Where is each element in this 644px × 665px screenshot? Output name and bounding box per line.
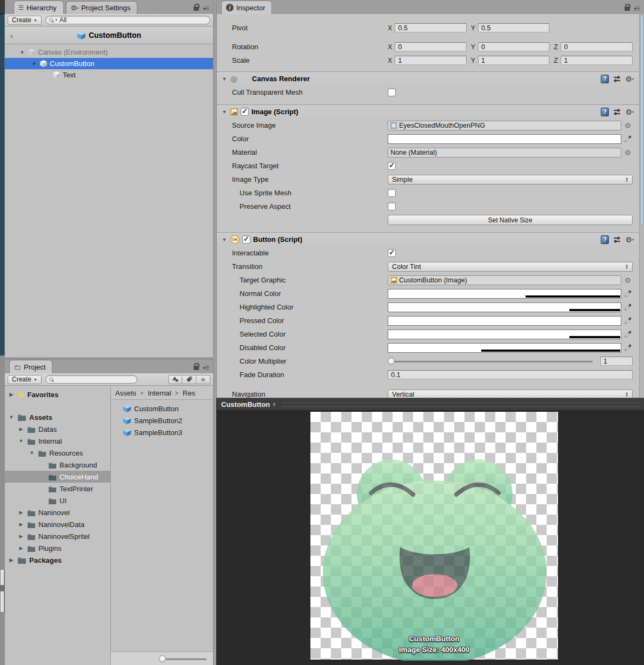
tree-item-naninoveldata[interactable]: ▶ NaninovelData (5, 518, 110, 530)
tree-item-packages[interactable]: ▶ Packages (5, 554, 110, 566)
breadcrumb-resources[interactable]: Res (183, 389, 195, 397)
foldout-closed-icon[interactable]: ▶ (18, 545, 24, 551)
foldout-open-icon[interactable]: ▼ (221, 109, 228, 115)
normal-color-swatch[interactable] (388, 289, 621, 299)
rotation-x-field[interactable]: 0 (395, 42, 466, 51)
eyedropper-icon[interactable] (623, 317, 633, 325)
tree-item-favorites[interactable]: ▶ ★ Favorites (5, 389, 110, 400)
image-color-swatch[interactable] (388, 134, 621, 144)
zoom-slider-track[interactable] (162, 659, 207, 660)
source-image-field[interactable]: EyesClosedMouthOpenPNG (388, 121, 621, 130)
presets-icon[interactable] (613, 108, 621, 116)
tree-item-naninovel[interactable]: ▶ Naninovel (5, 506, 110, 518)
pane-menu-icon[interactable]: ▾☰ (203, 6, 209, 11)
search-by-label-button[interactable] (182, 375, 196, 384)
preview-header[interactable]: CustomButton ▲▼ (217, 398, 644, 411)
tab-inspector[interactable]: Inspector (221, 1, 272, 14)
gear-icon[interactable]: ⚙ (625, 75, 634, 83)
highlighted-color-swatch[interactable] (388, 302, 621, 312)
eyedropper-icon[interactable] (623, 330, 633, 338)
eyedropper-icon[interactable] (623, 289, 633, 298)
breadcrumb-back-button[interactable]: ‹ (10, 31, 13, 40)
tree-item-choicehand[interactable]: ChoiceHand (5, 471, 110, 483)
foldout-closed-icon[interactable]: ▶ (18, 522, 24, 527)
fade-duration-field[interactable]: 0.1 (388, 370, 633, 379)
foldout-closed-icon[interactable]: ▶ (8, 392, 15, 397)
pivot-y-field[interactable]: 0.5 (478, 23, 549, 32)
tree-item-text[interactable]: Text (5, 69, 213, 81)
tree-item-custombutton[interactable]: ▼ CustomButton (5, 58, 213, 69)
raycast-target-checkbox[interactable] (388, 162, 396, 170)
scale-y-field[interactable]: 1 (478, 56, 549, 65)
search-by-type-button[interactable] (168, 375, 182, 384)
foldout-closed-icon[interactable]: ▶ (18, 426, 24, 432)
scrollbar-thumb[interactable] (640, 15, 643, 225)
foldout-open-icon[interactable]: ▼ (18, 438, 24, 444)
eyedropper-icon[interactable] (623, 344, 633, 352)
foldout-closed-icon[interactable]: ▶ (18, 510, 24, 515)
rotation-z-field[interactable]: 0 (561, 42, 633, 51)
foldout-closed-icon[interactable]: ▶ (18, 534, 24, 539)
hierarchy-create-button[interactable]: Create ▼ (8, 16, 42, 25)
tree-item-textprinter[interactable]: TextPrinter (5, 483, 110, 495)
lock-icon[interactable] (625, 6, 630, 11)
asset-samplebutton2[interactable]: SampleButton2 (111, 414, 213, 426)
tree-item-background[interactable]: Background (5, 459, 110, 471)
foldout-closed-icon[interactable]: ▶ (8, 557, 15, 563)
asset-custombutton[interactable]: CustomButton (111, 403, 213, 414)
object-picker-icon[interactable]: ⊙ (623, 148, 633, 156)
zoom-slider-knob[interactable] (159, 655, 166, 662)
eyedropper-icon[interactable] (623, 303, 633, 311)
eyedropper-icon[interactable] (623, 135, 633, 143)
scale-x-field[interactable]: 1 (395, 56, 466, 65)
saved-search-button[interactable]: ★ (196, 375, 210, 384)
object-picker-icon[interactable]: ⊙ (623, 121, 633, 129)
foldout-open-icon[interactable]: ▼ (8, 414, 15, 420)
preview-popup-arrows-icon[interactable]: ▲▼ (273, 402, 275, 407)
hierarchy-search-input[interactable]: ▼ All (45, 16, 210, 24)
preview-drag-handle[interactable] (283, 403, 640, 407)
object-picker-icon[interactable]: ⊙ (623, 276, 633, 284)
disabled-color-swatch[interactable] (388, 343, 621, 353)
pane-menu-icon[interactable]: ▾☰ (203, 365, 209, 371)
slider-knob[interactable] (388, 358, 395, 365)
transition-dropdown[interactable]: Color Tint ▲▼ (388, 262, 633, 272)
use-sprite-mesh-checkbox[interactable] (388, 189, 396, 197)
scale-z-field[interactable]: 1 (561, 56, 633, 65)
rotation-y-field[interactable]: 0 (478, 42, 549, 51)
breadcrumb-assets[interactable]: Assets (115, 389, 136, 397)
tree-item-resources[interactable]: ▼ Resources (5, 447, 110, 459)
presets-icon[interactable] (613, 75, 621, 83)
project-search-input[interactable] (45, 375, 137, 384)
image-component-header[interactable]: ▼ Image (Script) ⚙ (217, 104, 639, 118)
tab-project[interactable]: 🗀 Project (9, 360, 52, 373)
tab-hierarchy[interactable]: ☰ Hierarchy (14, 1, 64, 14)
foldout-open-icon[interactable]: ▼ (29, 450, 35, 456)
tree-item-naninovelsprite[interactable]: ▶ NaninovelSpritel (5, 530, 110, 542)
interactable-checkbox[interactable] (388, 249, 396, 257)
lock-icon[interactable] (194, 6, 199, 11)
preserve-aspect-checkbox[interactable] (388, 202, 396, 210)
gear-icon[interactable]: ⚙ (625, 236, 634, 243)
project-create-button[interactable]: Create ▼ (8, 375, 42, 384)
asset-samplebutton3[interactable]: SampleButton3 (111, 426, 213, 438)
tree-item-assets[interactable]: ▼ Assets (5, 411, 110, 423)
breadcrumb-internal[interactable]: Internal (148, 389, 171, 397)
set-native-size-button[interactable]: Set Native Size (388, 215, 633, 225)
cull-transparent-mesh-checkbox[interactable] (388, 88, 396, 96)
help-icon[interactable] (601, 108, 609, 116)
tree-item-canvas[interactable]: ▼ Canvas (Environment) (5, 47, 213, 58)
lock-icon[interactable] (194, 366, 199, 370)
foldout-open-icon[interactable]: ▼ (31, 61, 37, 67)
pivot-x-field[interactable]: 0.5 (395, 23, 466, 32)
tree-item-datas[interactable]: ▶ Datas (5, 423, 110, 435)
pane-menu-icon[interactable]: ▾☰ (634, 6, 640, 11)
foldout-open-icon[interactable]: ▼ (19, 50, 25, 55)
help-icon[interactable] (601, 235, 609, 244)
target-graphic-field[interactable]: CustomButton (Image) (388, 275, 621, 285)
color-multiplier-slider[interactable] (388, 357, 594, 366)
pressed-color-swatch[interactable] (388, 316, 621, 326)
presets-icon[interactable] (613, 236, 621, 243)
tree-item-ui[interactable]: UI (5, 495, 110, 506)
color-multiplier-field[interactable]: 1 (600, 357, 633, 366)
